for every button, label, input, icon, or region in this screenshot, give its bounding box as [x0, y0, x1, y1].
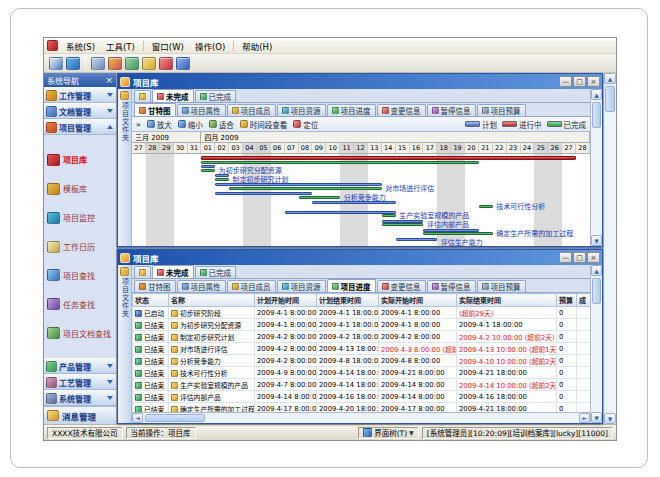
sidebar-section-work-management[interactable]: 工作管理: [44, 87, 116, 103]
maximize-button[interactable]: □: [573, 76, 586, 87]
table-tab-project-progress[interactable]: 项目进度: [327, 279, 376, 292]
gantt-tab-gantt-chart[interactable]: 甘特图: [134, 103, 176, 116]
menu-item-5[interactable]: 帮助(H): [237, 39, 277, 53]
gantt-tab-project-properties[interactable]: 项目属性: [177, 104, 226, 116]
sidebar-section-project-management[interactable]: 项目管理: [44, 119, 116, 135]
table-tab-change-info[interactable]: 变更信息: [377, 280, 426, 292]
sidebar-item-work-calendar[interactable]: 工作日历: [47, 241, 113, 253]
table-row-1[interactable]: 已启动初步研究阶段2009-4-1 8:00:002009-4-1 18:00:…: [133, 307, 591, 319]
time-range-button[interactable]: 时间段查看: [240, 119, 288, 130]
actual-bar[interactable]: [382, 214, 396, 217]
scroll-thumb[interactable]: [605, 86, 615, 112]
save-icon[interactable]: [49, 57, 63, 70]
gantt-vertical-scrollbar[interactable]: ▲ ▼: [590, 89, 602, 246]
gantt-window-titlebar[interactable]: 项目库 — □ ×: [118, 74, 602, 89]
scroll-track[interactable]: [591, 276, 602, 412]
table-row-5[interactable]: 已结束分析竞争能力2009-4-2 8:00:002009-4-8 18:00:…: [133, 355, 591, 367]
sidebar-close-icon[interactable]: ×: [105, 76, 113, 85]
help-icon[interactable]: [176, 57, 190, 70]
logout-icon[interactable]: [159, 57, 173, 70]
table-row-7[interactable]: 已结束生产实验室规模的产品2009-4-7 8:00:002009-4-14 1…: [133, 379, 591, 391]
actual-bar[interactable]: [299, 196, 341, 199]
table-row-3[interactable]: 已结束制定初步研究计划2009-4-2 8:00:002009-4-2 18:0…: [133, 331, 591, 343]
plan-bar[interactable]: [201, 165, 215, 168]
actual-bar[interactable]: [423, 232, 492, 235]
menu-item-2[interactable]: 工具(T): [101, 39, 140, 53]
plan-bar[interactable]: [396, 238, 438, 241]
column-header-cost[interactable]: 成: [577, 294, 591, 307]
maximize-button[interactable]: □: [573, 252, 586, 263]
scroll-right-button[interactable]: ►: [579, 413, 590, 423]
scroll-track[interactable]: [143, 413, 579, 423]
scroll-left-button[interactable]: ◄: [132, 413, 143, 423]
column-header-actual-start[interactable]: 实际开始时间: [379, 294, 457, 307]
gantt-tab-project-progress[interactable]: 项目进度: [327, 104, 376, 116]
table-filter-tab-unfinished[interactable]: 未完成: [152, 265, 194, 278]
table-window-titlebar[interactable]: 项目库 — □ ×: [118, 250, 602, 265]
scroll-up-button[interactable]: ▲: [591, 89, 602, 100]
close-button[interactable]: ×: [587, 252, 600, 263]
scroll-down-button[interactable]: ▼: [591, 412, 602, 423]
close-button[interactable]: ×: [587, 76, 600, 87]
menu-item-1[interactable]: 系统(S): [61, 39, 100, 53]
table-horizontal-scrollbar[interactable]: ◄ ►: [132, 412, 590, 423]
table-filter-tab-finished[interactable]: 已完成: [195, 266, 237, 278]
fit-button[interactable]: 适合: [209, 119, 234, 130]
scroll-track[interactable]: [604, 84, 616, 413]
actual-bar[interactable]: [215, 178, 229, 181]
chart-icon[interactable]: [108, 57, 122, 70]
column-header-plan-end[interactable]: 计划结束时间: [317, 294, 379, 307]
column-header-status[interactable]: 状态: [133, 294, 169, 307]
sidebar-item-project-doc-search[interactable]: 项目文档查找: [47, 327, 113, 339]
plan-bar[interactable]: [215, 183, 382, 186]
sidebar-item-project-monitor[interactable]: 项目监控: [47, 212, 113, 224]
gantt-tab-project-budget[interactable]: 项目预算: [477, 104, 526, 116]
scroll-up-button[interactable]: ▲: [604, 73, 616, 84]
overflow-chevron-icon[interactable]: »: [136, 120, 141, 129]
column-header-budget[interactable]: 预算: [557, 294, 577, 307]
minimize-button[interactable]: —: [559, 76, 572, 87]
gantt-folder-tab[interactable]: [134, 90, 151, 102]
plan-bar[interactable]: [215, 192, 312, 195]
actual-bar[interactable]: [229, 187, 382, 190]
gantt-tab-project-members[interactable]: 项目成员: [227, 104, 276, 116]
summary-actual-bar[interactable]: [201, 161, 479, 164]
table-folder-tab[interactable]: [134, 266, 151, 278]
plan-bar[interactable]: [285, 211, 396, 214]
scroll-down-button[interactable]: ▼: [591, 235, 602, 246]
mdi-vertical-scrollbar[interactable]: ▲ ▼: [603, 73, 616, 424]
table-row-4[interactable]: 已结束对市场进行评估2009-4-2 8:00:002009-4-13 18:0…: [133, 343, 591, 355]
sidebar-section-system-management[interactable]: 系统管理: [44, 390, 116, 406]
sidebar-item-project-search[interactable]: 项目查找: [47, 269, 113, 281]
calculator-icon[interactable]: [125, 57, 139, 70]
table-vertical-scrollbar[interactable]: ▲ ▼: [590, 265, 602, 423]
scroll-down-button[interactable]: ▼: [604, 413, 616, 424]
table-row-9[interactable]: 已结束确定生产所需的加工过程2009-4-17 8:00:002009-4-20…: [133, 403, 591, 413]
gantt-tab-change-info[interactable]: 变更信息: [377, 104, 426, 116]
sidebar-item-template-library[interactable]: 模板库: [47, 183, 113, 195]
sidebar-item-task-search[interactable]: 任务查找: [47, 298, 113, 310]
table-tab-project-resources[interactable]: 项目资源: [277, 280, 326, 292]
table-tab-pause-info[interactable]: 暂停信息: [427, 280, 476, 292]
interface-tree-button[interactable]: 界面树(T) ▼: [358, 427, 419, 439]
lock-icon[interactable]: [142, 57, 156, 70]
table-row-6[interactable]: 已结束技术可行性分析2009-4-9 8:00:002009-4-14 18:0…: [133, 367, 591, 379]
actual-bar[interactable]: [382, 223, 424, 226]
column-header-actual-end[interactable]: 实际结束时间: [457, 294, 557, 307]
message-management-tab[interactable]: 消息管理: [44, 406, 116, 424]
minimize-button[interactable]: —: [559, 252, 572, 263]
scroll-thumb[interactable]: [592, 102, 601, 128]
scroll-thumb[interactable]: [145, 414, 205, 422]
globe-icon[interactable]: [66, 57, 80, 70]
table-tab-project-members[interactable]: 项目成员: [227, 280, 276, 292]
sidebar-section-process-management[interactable]: 工艺管理: [44, 374, 116, 390]
folder-side-tab[interactable]: 项目文件夹: [118, 89, 132, 246]
menu-item-4[interactable]: 操作(O): [190, 39, 230, 53]
table-tab-gantt-chart[interactable]: 甘特图: [134, 280, 176, 292]
scroll-up-button[interactable]: ▲: [591, 265, 602, 276]
locate-button[interactable]: 定位: [293, 119, 318, 130]
zoom-out-button[interactable]: 缩小: [178, 119, 203, 130]
gantt-tab-project-resources[interactable]: 项目资源: [277, 104, 326, 116]
gantt-filter-tab-finished[interactable]: 已完成: [195, 90, 237, 102]
scroll-track[interactable]: [591, 100, 602, 235]
